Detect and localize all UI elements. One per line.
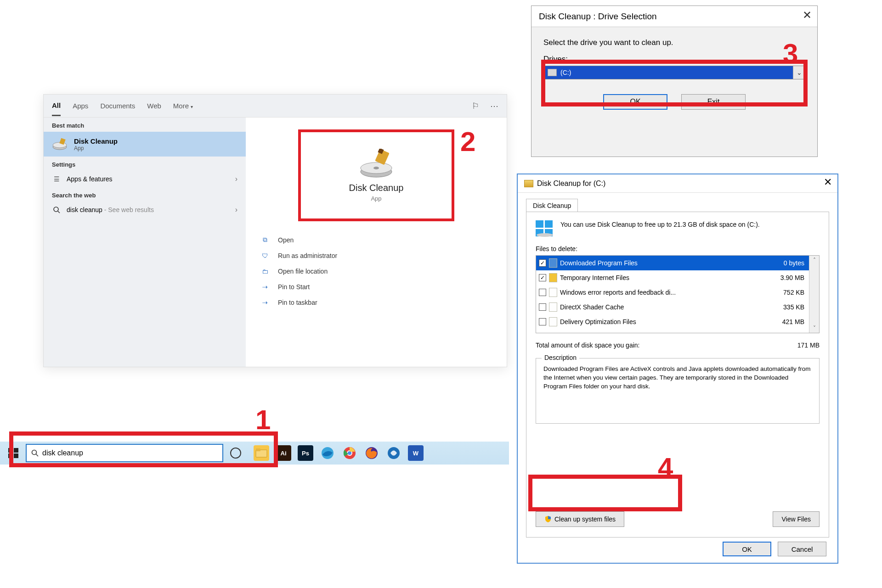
scroll-down-icon[interactable]: ˅ (813, 324, 816, 333)
action-label: Run as administrator (278, 252, 337, 259)
preview-hero: Disk Cleanup App (298, 129, 454, 221)
action-open[interactable]: ⧉Open (260, 236, 507, 244)
result-disk-cleanup[interactable]: Disk Cleanup App (44, 132, 246, 157)
description-text: Downloaded Program Files are ActiveX con… (543, 365, 812, 391)
preview-subtitle: App (371, 195, 381, 202)
taskbar-firefox-icon[interactable] (364, 445, 379, 461)
result-web-disk-cleanup[interactable]: disk cleanup - See web results › (44, 202, 246, 218)
checkbox[interactable] (539, 303, 546, 311)
search-results-list: Best match Disk Cleanup App Settings ☰ A… (44, 118, 246, 367)
files-to-delete-label: Files to delete: (536, 245, 820, 252)
scroll-up-icon[interactable]: ˄ (813, 256, 816, 265)
disk-cleanup-icon (358, 149, 395, 178)
pin-icon: ⇢ (260, 283, 271, 291)
tab-more[interactable]: More▾ (173, 96, 193, 115)
file-name: Delivery Optimization Files (560, 318, 767, 325)
shield-icon (544, 515, 552, 523)
close-button[interactable]: ✕ (824, 176, 832, 188)
view-files-button[interactable]: View Files (773, 511, 820, 527)
result-label: Apps & features (67, 175, 113, 183)
dialog-title-bar: Disk Cleanup for (C:) ✕ (518, 174, 837, 193)
taskbar-photoshop-icon[interactable]: Ps (298, 445, 313, 461)
files-to-delete-list: ✓ Downloaded Program Files 0 bytes ✓ Tem… (536, 255, 820, 333)
checkbox[interactable] (539, 318, 546, 325)
open-icon: ⧉ (260, 236, 271, 244)
file-name: Temporary Internet Files (560, 274, 767, 281)
file-size: 752 KB (769, 289, 806, 296)
tab-documents[interactable]: Documents (100, 96, 135, 115)
intro-text: You can use Disk Cleanup to free up to 2… (560, 220, 760, 237)
scrollbar[interactable]: ˄˅ (809, 256, 819, 333)
file-row[interactable]: DirectX Shader Cache 335 KB (536, 300, 809, 314)
description-box: Description Downloaded Program Files are… (536, 358, 820, 424)
taskbar-chrome-icon[interactable] (342, 445, 357, 461)
checkbox[interactable]: ✓ (539, 259, 546, 267)
feedback-icon[interactable]: ⚐ (472, 101, 479, 111)
preview-actions: ⧉Open 🛡Run as administrator 🗀Open file l… (260, 236, 507, 306)
annotation-box-1 (9, 431, 278, 467)
admin-icon: 🛡 (260, 252, 271, 259)
disk-cleanup-icon (52, 136, 68, 152)
close-button[interactable]: ✕ (803, 9, 812, 22)
search-tabs: All Apps Documents Web More▾ ⚐ ⋯ (44, 95, 507, 118)
description-title: Description (542, 354, 579, 361)
action-label: Open (278, 236, 294, 244)
tab-disk-cleanup[interactable]: Disk Cleanup (526, 199, 578, 212)
tab-all[interactable]: All (52, 96, 61, 116)
annotation-number-4: 4 (658, 452, 673, 483)
dialog-title: Disk Cleanup for (C:) (537, 179, 605, 188)
annotation-number-3: 3 (783, 38, 798, 69)
svg-point-3 (54, 207, 58, 212)
taskbar-illustrator-icon[interactable]: Ai (276, 445, 291, 461)
clean-system-files-button[interactable]: Clean up system files (536, 511, 624, 527)
checkbox[interactable]: ✓ (539, 274, 546, 281)
group-settings: Settings (44, 157, 246, 171)
total-value: 171 MB (797, 342, 820, 349)
folder-icon: 🗀 (260, 268, 271, 275)
result-subtitle: App (74, 145, 118, 151)
cancel-button[interactable]: Cancel (778, 542, 826, 556)
tab-apps[interactable]: Apps (73, 96, 88, 115)
result-title: Disk Cleanup (74, 137, 118, 145)
taskbar-word-icon[interactable]: W (408, 445, 424, 461)
action-pin-taskbar[interactable]: ⇢Pin to taskbar (260, 299, 507, 306)
action-label: Open file location (278, 268, 328, 275)
ok-button[interactable]: OK (723, 542, 771, 556)
chevron-right-icon: › (235, 206, 237, 214)
annotation-number-2: 2 (460, 126, 475, 157)
file-name: Downloaded Program Files (560, 259, 767, 267)
result-apps-features[interactable]: ☰ Apps & features › (44, 171, 246, 187)
action-open-location[interactable]: 🗀Open file location (260, 268, 507, 275)
file-size: 421 MB (769, 318, 806, 325)
file-size: 3.90 MB (769, 274, 806, 281)
tab-web[interactable]: Web (147, 96, 161, 115)
file-name: DirectX Shader Cache (560, 303, 767, 311)
action-pin-start[interactable]: ⇢Pin to Start (260, 283, 507, 291)
svg-line-4 (58, 211, 60, 213)
file-type-icon (549, 273, 557, 282)
apps-features-icon: ☰ (52, 175, 61, 183)
action-label: Pin to Start (278, 283, 310, 291)
file-row[interactable]: Delivery Optimization Files 421 MB (536, 314, 809, 329)
disk-cleanup-icon (524, 180, 533, 187)
action-label: Pin to taskbar (278, 299, 317, 306)
total-label: Total amount of disk space you gain: (536, 342, 639, 349)
file-row[interactable]: ✓ Downloaded Program Files 0 bytes (536, 256, 809, 270)
file-row[interactable]: ✓ Temporary Internet Files 3.90 MB (536, 270, 809, 285)
svg-point-28 (537, 233, 553, 237)
taskbar-edge-icon[interactable] (320, 445, 335, 461)
action-run-admin[interactable]: 🛡Run as administrator (260, 252, 507, 259)
file-size: 335 KB (769, 303, 806, 311)
file-type-icon (549, 302, 557, 312)
preview-title: Disk Cleanup (349, 183, 404, 193)
tab-more-label: More (173, 102, 189, 110)
checkbox[interactable] (539, 289, 546, 296)
button-label: Clean up system files (554, 515, 616, 523)
taskbar-app-icon[interactable] (386, 445, 401, 461)
file-row[interactable]: Windows error reports and feedback di...… (536, 285, 809, 300)
svg-point-7 (373, 167, 379, 169)
dialog-title: Disk Cleanup : Drive Selection (539, 11, 657, 22)
svg-rect-24 (536, 220, 543, 228)
svg-point-21 (348, 451, 351, 455)
more-options-icon[interactable]: ⋯ (490, 101, 498, 111)
